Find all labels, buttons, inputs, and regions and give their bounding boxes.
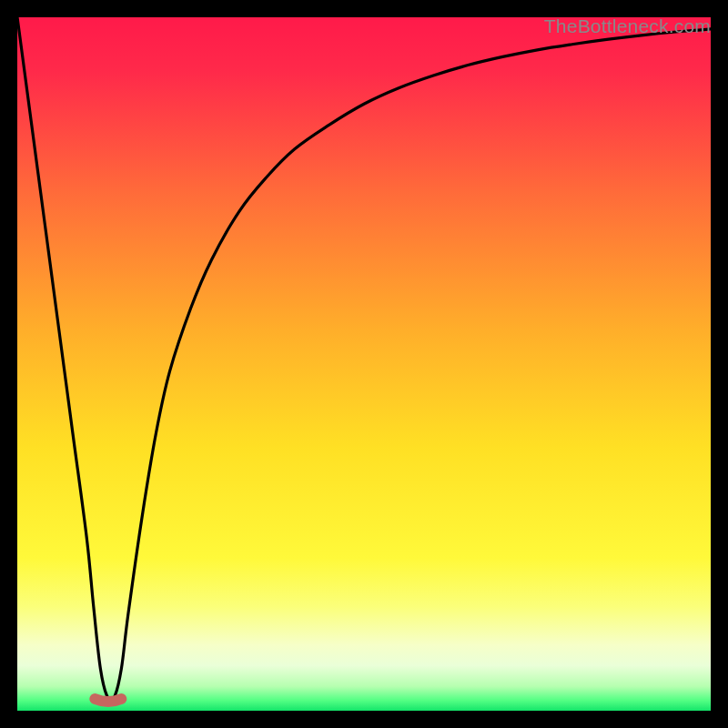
chart-svg [17, 17, 711, 711]
chart-frame: TheBottleneck.com [17, 17, 711, 711]
heat-background [17, 17, 711, 711]
minimum-marker [95, 699, 121, 702]
watermark-text: TheBottleneck.com [544, 15, 711, 37]
